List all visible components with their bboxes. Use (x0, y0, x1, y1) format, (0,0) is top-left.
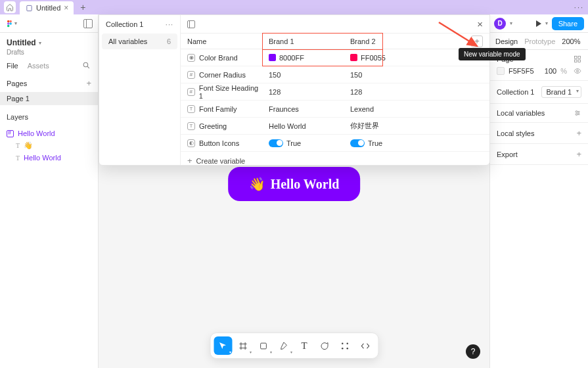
search-icon[interactable] (82, 61, 91, 70)
new-tab-button[interactable]: + (80, 2, 85, 12)
close-panel-icon[interactable]: × (477, 18, 483, 30)
variable-row[interactable]: TFont FamilyFrauncesLexend (181, 101, 489, 118)
prototype-tab[interactable]: Prototype (524, 37, 555, 45)
move-tool[interactable]: ▾ (214, 336, 232, 355)
design-tab[interactable]: Design (495, 37, 518, 45)
value-text: 150 (350, 71, 362, 79)
plus-icon: + (187, 156, 192, 166)
assets-tab[interactable]: Assets (28, 62, 49, 70)
collection-label: Collection 1 (497, 88, 534, 96)
collection-menu-icon[interactable]: ··· (166, 20, 173, 28)
share-button[interactable]: Share (552, 17, 584, 30)
opacity-unit: % (560, 67, 567, 75)
value-cell[interactable]: 150 (262, 71, 344, 79)
variable-group[interactable]: All variables 6 (102, 34, 177, 49)
chevron-down-icon[interactable]: ▾ (14, 20, 17, 26)
layer-text[interactable]: T 👋 (0, 139, 98, 152)
layer-text[interactable]: T Hello World (0, 152, 98, 164)
new-mode-button[interactable]: + (471, 35, 483, 47)
actions-tool[interactable] (336, 336, 354, 355)
local-variables-label[interactable]: Local variables (497, 109, 545, 117)
bg-swatch[interactable] (497, 67, 505, 75)
project-title[interactable]: Untitled (7, 38, 36, 47)
variable-row[interactable]: TGreetingHello World你好世界 (181, 118, 489, 135)
page-item[interactable]: Page 1 (0, 92, 98, 105)
svg-point-5 (9, 22, 12, 25)
value-cell[interactable]: Hello World (262, 122, 344, 130)
mode-select[interactable]: Brand 1 (541, 86, 581, 98)
panel-toggle-icon[interactable] (83, 19, 93, 28)
svg-point-25 (576, 111, 577, 112)
home-icon[interactable] (4, 1, 16, 13)
collection-name[interactable]: Collection 1 (106, 20, 143, 28)
zoom-level[interactable]: 200% (562, 37, 580, 45)
pages-heading[interactable]: Pages (7, 80, 27, 87)
comment-tool[interactable] (315, 336, 334, 355)
dev-mode-tool[interactable] (356, 336, 374, 355)
svg-rect-19 (575, 60, 577, 62)
chevron-down-icon[interactable]: ▾ (510, 20, 512, 26)
add-export-icon[interactable]: + (576, 149, 581, 159)
document-tab[interactable]: Untitled × (20, 1, 74, 14)
pen-tool[interactable]: ▾ (275, 336, 293, 355)
variable-row[interactable]: ◐Button IconsTrueTrue (181, 135, 489, 152)
value-cell[interactable]: 8000FF (262, 54, 344, 62)
value-text: True (368, 139, 382, 147)
col-name: Name (181, 37, 262, 45)
right-sidebar: D ▾ ▾ Share Design Prototype 200% ▾ Page… (489, 14, 588, 368)
add-style-icon[interactable]: + (576, 128, 581, 138)
value-text: FF0055 (361, 54, 386, 62)
add-page-icon[interactable]: + (86, 78, 91, 88)
hello-world-component[interactable]: 👋 Hello World (228, 167, 361, 201)
svg-point-26 (578, 112, 579, 114)
value-cell[interactable]: Fraunces (262, 105, 344, 113)
sidebar-toggle-icon[interactable] (187, 20, 195, 28)
var-name: Font Family (199, 105, 237, 113)
styles-icon[interactable] (574, 55, 581, 63)
value-cell[interactable]: FF0055 (344, 54, 425, 62)
user-avatar[interactable]: D (494, 18, 506, 30)
value-text: Lexend (350, 105, 374, 113)
svg-rect-18 (578, 57, 581, 59)
value-cell[interactable]: 128 (262, 88, 344, 96)
boolean-toggle[interactable] (350, 139, 365, 147)
var-name: Greeting (199, 122, 227, 130)
col-brand1[interactable]: Brand 1 (262, 37, 344, 45)
bg-opacity[interactable]: 100 (545, 67, 556, 75)
file-tab[interactable]: File (7, 62, 18, 70)
value-text: Fraunces (269, 105, 299, 113)
create-variable-button[interactable]: + Create variable (181, 152, 489, 170)
frame-tool[interactable]: ▾ (234, 336, 252, 355)
window-menu-icon[interactable]: ··· (574, 3, 584, 11)
bg-hex[interactable]: F5F5F5 (509, 67, 534, 75)
value-cell[interactable]: Lexend (344, 105, 425, 113)
value-cell[interactable]: 150 (344, 71, 425, 79)
help-button[interactable]: ? (466, 344, 480, 359)
chevron-down-icon[interactable]: ▾ (39, 40, 41, 46)
shape-tool[interactable]: ▾ (254, 336, 273, 355)
value-cell[interactable]: True (262, 139, 344, 147)
value-cell[interactable]: 128 (344, 88, 425, 96)
value-cell[interactable]: 你好世界 (344, 121, 425, 131)
svg-line-7 (87, 66, 89, 68)
export-label[interactable]: Export (497, 150, 518, 158)
boolean-toggle[interactable] (269, 139, 283, 147)
var-name: Font Size Heading 1 (199, 84, 262, 100)
layer-frame[interactable]: Hello World (0, 127, 98, 139)
chevron-down-icon[interactable]: ▾ (545, 20, 548, 26)
text-tool[interactable]: T (295, 336, 313, 355)
settings-icon[interactable] (574, 109, 581, 117)
col-brand2[interactable]: Brand 2 (344, 37, 425, 45)
close-tab-icon[interactable]: × (64, 3, 68, 12)
project-location[interactable]: Drafts (7, 49, 91, 56)
variable-row[interactable]: ◉Color Brand8000FFFF0055 (181, 49, 489, 66)
value-text: Hello World (269, 122, 306, 130)
visibility-icon[interactable] (574, 67, 581, 75)
group-label: All variables (108, 37, 147, 45)
present-icon[interactable] (536, 20, 541, 27)
figma-menu-icon[interactable] (5, 19, 14, 28)
variable-row[interactable]: #Corner Radius150150 (181, 66, 489, 83)
local-styles-label[interactable]: Local styles (497, 129, 534, 137)
value-cell[interactable]: True (344, 139, 425, 147)
variable-row[interactable]: #Font Size Heading 1128128 (181, 83, 489, 101)
